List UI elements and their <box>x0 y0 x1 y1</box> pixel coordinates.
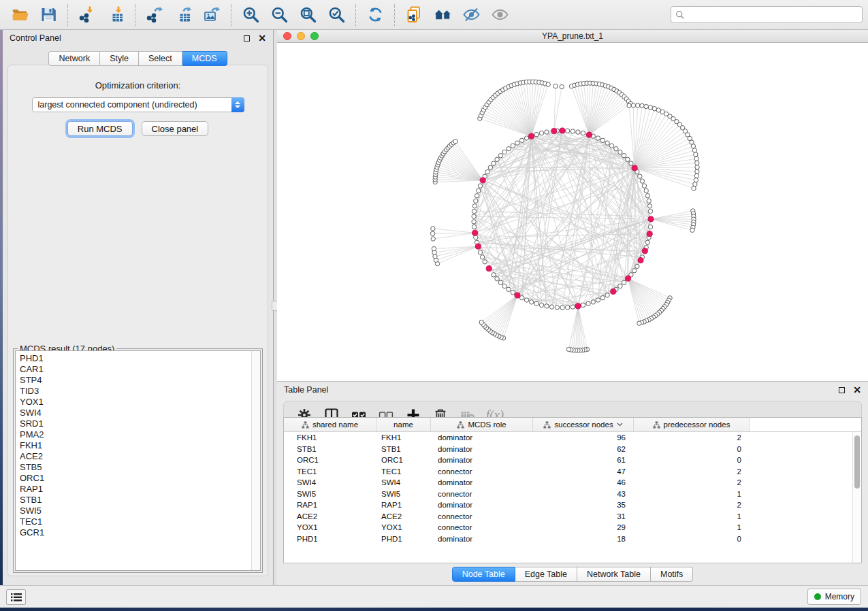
cell-mcds-role: dominator <box>431 455 533 466</box>
mcds-result-item[interactable]: ORC1 <box>20 473 251 484</box>
column-header-shared-name[interactable]: shared name <box>284 418 376 431</box>
zoom-out-button[interactable] <box>265 2 293 28</box>
column-type-icon <box>302 421 309 429</box>
cell-shared-name: RAP1 <box>284 499 376 511</box>
import-network-button[interactable] <box>73 2 101 28</box>
network-graph[interactable] <box>277 43 868 380</box>
optimization-criterion-label: Optimization criterion: <box>8 80 268 90</box>
toolbar-group <box>361 0 389 29</box>
mcds-result-item[interactable]: TEC1 <box>20 516 251 527</box>
zoom-in-button[interactable] <box>236 2 265 28</box>
zoom-selected-button[interactable] <box>322 2 351 28</box>
column-header-MCDS-role[interactable]: MCDS role <box>431 418 533 431</box>
mcds-result-item[interactable]: TID3 <box>20 386 251 397</box>
network-canvas[interactable] <box>277 43 868 381</box>
mcds-result-item[interactable]: SWI5 <box>20 506 251 516</box>
cell-name: ORC1 <box>376 455 431 466</box>
import-table-icon <box>107 5 125 24</box>
import-table-button[interactable] <box>101 2 130 28</box>
mcds-result-list[interactable]: PHD1CAR1STP4TID3YOX1SWI4SRD1PMA2FKH1ACE2… <box>16 351 251 570</box>
float-panel-icon[interactable] <box>244 35 250 42</box>
search-box[interactable] <box>671 6 863 23</box>
table-row[interactable]: ORC1ORC1dominator610 <box>284 455 852 466</box>
mcds-result-item[interactable]: STB1 <box>20 495 251 506</box>
cell-predecessor-nodes: 2 <box>634 432 750 444</box>
cell-successor-nodes: 43 <box>533 489 634 500</box>
table-row[interactable]: RAP1RAP1dominator352 <box>284 499 852 511</box>
save-session-button[interactable] <box>34 2 63 28</box>
open-file-icon <box>11 5 29 24</box>
export-network-button[interactable] <box>140 2 169 28</box>
float-table-panel-icon[interactable] <box>839 387 845 393</box>
tab-network[interactable]: Network <box>48 51 100 66</box>
show-all-button[interactable] <box>485 2 514 28</box>
search-input[interactable] <box>685 8 858 22</box>
refresh-button[interactable] <box>361 2 389 28</box>
hide-selected-icon <box>462 5 481 24</box>
mcds-result-item[interactable]: RAP1 <box>20 484 251 495</box>
toolbar-separator <box>355 4 356 26</box>
tab-node-table[interactable]: Node Table <box>452 567 515 582</box>
tab-edge-table[interactable]: Edge Table <box>515 567 577 582</box>
mcds-result-item[interactable]: FKH1 <box>20 440 251 451</box>
cell-name: RAP1 <box>376 499 431 511</box>
cell-shared-name: STB1 <box>284 444 376 455</box>
mcds-buttons: Run MCDS Close panel <box>8 121 268 136</box>
mcds-result-item[interactable]: YOX1 <box>20 397 251 408</box>
export-image-button[interactable] <box>197 2 226 28</box>
mcds-result-listwrap: PHD1CAR1STP4TID3YOX1SWI4SRD1PMA2FKH1ACE2… <box>15 350 261 571</box>
table-row[interactable]: PHD1PHD1dominator180 <box>284 533 852 545</box>
mcds-result-item[interactable]: GCR1 <box>20 527 251 538</box>
tab-network-table[interactable]: Network Table <box>577 567 651 582</box>
export-table-button[interactable] <box>169 2 197 28</box>
cell-mcds-role: dominator <box>431 533 533 545</box>
mcds-list-scrollbar[interactable] <box>251 351 260 570</box>
table-row[interactable]: SWI5SWI5connector431 <box>284 489 852 500</box>
mcds-result-item[interactable]: SWI4 <box>20 408 251 418</box>
cell-predecessor-nodes: 1 <box>634 489 750 500</box>
mcds-result-item[interactable]: ACE2 <box>20 451 251 462</box>
close-table-panel-icon[interactable]: ✕ <box>853 387 861 393</box>
zoom-fit-button[interactable] <box>293 2 322 28</box>
cell-shared-name: ACE2 <box>284 511 376 523</box>
mcds-result-item[interactable]: STP4 <box>20 375 251 386</box>
table-tabs: Node TableEdge TableNetwork TableMotifs <box>277 567 868 582</box>
open-file-button[interactable] <box>5 2 34 28</box>
column-header-predecessor-nodes[interactable]: predecessor nodes <box>634 418 750 431</box>
cell-shared-name: FKH1 <box>284 432 376 444</box>
tab-mcds[interactable]: MCDS <box>182 51 227 66</box>
mcds-result-item[interactable]: SRD1 <box>20 418 251 429</box>
table-scrollbar[interactable] <box>852 432 861 563</box>
memory-button[interactable]: Memory <box>807 589 861 605</box>
first-neighbors-button[interactable] <box>428 2 457 28</box>
fan-nodes[interactable] <box>430 80 699 352</box>
close-panel-button[interactable]: Close panel <box>142 121 209 136</box>
tab-motifs[interactable]: Motifs <box>651 567 693 582</box>
search-icon <box>675 10 685 20</box>
toolbar-separator <box>135 4 135 26</box>
table-row[interactable]: ACE2ACE2connector311 <box>284 511 852 523</box>
network-window-titlebar: YPA_prune.txt_1 <box>277 30 868 43</box>
tab-select[interactable]: Select <box>139 51 182 66</box>
mcds-result-item[interactable]: PHD1 <box>20 353 251 364</box>
close-panel-icon[interactable]: ✕ <box>258 35 266 42</box>
right-column: YPA_prune.txt_1 Table Panel ✕ f(x) share… <box>277 30 868 585</box>
mcds-result-item[interactable]: PMA2 <box>20 429 251 440</box>
mcds-result-item[interactable]: STB5 <box>20 462 251 473</box>
tab-style[interactable]: Style <box>100 51 139 66</box>
table-scrollbar-thumb[interactable] <box>854 435 860 489</box>
column-header-successor-nodes[interactable]: successor nodes <box>533 418 634 431</box>
run-mcds-button[interactable]: Run MCDS <box>67 121 133 136</box>
table-row[interactable]: SWI4SWI4dominator462 <box>284 477 852 489</box>
table-row[interactable]: FKH1FKH1dominator962 <box>284 432 852 444</box>
task-history-button[interactable] <box>6 589 26 605</box>
mcds-result-item[interactable]: CAR1 <box>20 364 251 375</box>
column-type-icon <box>457 421 464 429</box>
table-row[interactable]: STB1STB1dominator620 <box>284 444 852 455</box>
hide-selected-button[interactable] <box>457 2 485 28</box>
column-header-name[interactable]: name <box>376 418 431 431</box>
table-row[interactable]: YOX1YOX1connector291 <box>284 522 852 533</box>
criterion-select[interactable]: largest connected component (undirected) <box>32 97 244 112</box>
new-network-from-selection-button[interactable] <box>400 2 428 28</box>
table-row[interactable]: TEC1TEC1connector472 <box>284 466 852 478</box>
